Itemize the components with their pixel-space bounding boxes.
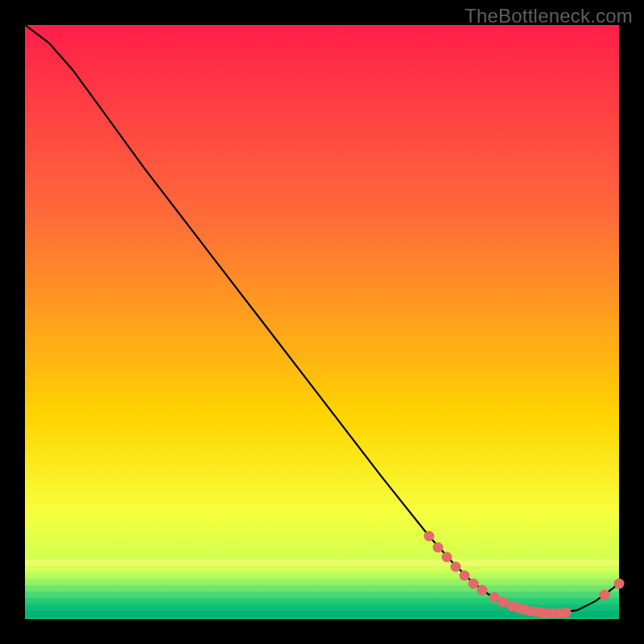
plot-area bbox=[25, 25, 619, 619]
data-point-marker bbox=[614, 578, 625, 588]
data-point-marker bbox=[423, 530, 434, 541]
watermark-text: TheBottleneck.com bbox=[464, 5, 633, 27]
data-point-marker bbox=[441, 552, 452, 563]
curve-svg bbox=[25, 25, 619, 619]
data-point-marker bbox=[451, 562, 461, 572]
data-point-marker bbox=[477, 584, 488, 595]
data-point-marker bbox=[599, 590, 609, 601]
chart-frame: TheBottleneck.com bbox=[0, 0, 644, 644]
data-point-marker bbox=[432, 542, 443, 552]
data-point-marker bbox=[460, 571, 470, 581]
bottleneck-curve bbox=[25, 25, 619, 613]
data-point-marker bbox=[560, 607, 571, 617]
